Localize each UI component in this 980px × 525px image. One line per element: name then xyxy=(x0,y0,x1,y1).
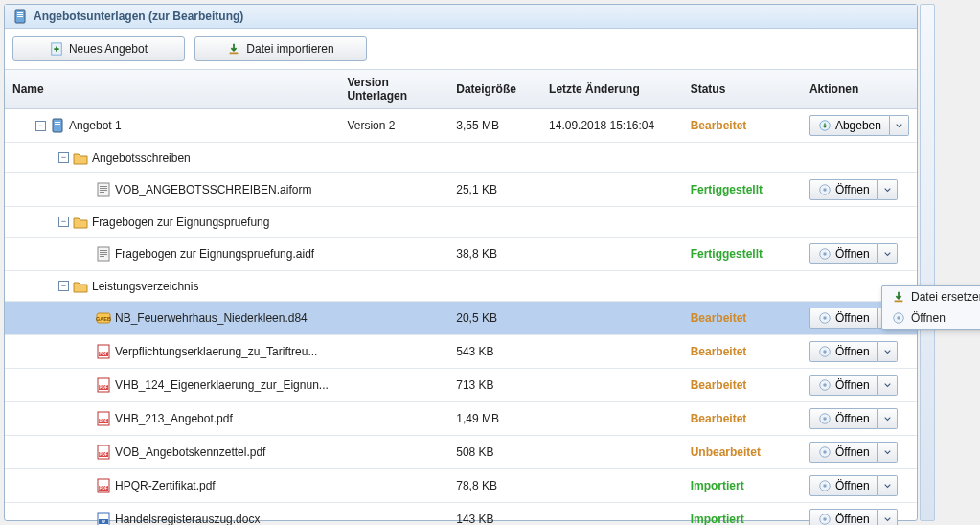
pdf-icon xyxy=(96,344,111,359)
row-name: Angebotsschreiben xyxy=(92,151,191,165)
new-offer-label: Neues Angebot xyxy=(69,42,148,56)
table-row[interactable]: HPQR-Zertifikat.pdf78,8 KBImportiertÖffn… xyxy=(5,469,917,503)
action-dropdown-button[interactable] xyxy=(878,408,898,429)
import-icon xyxy=(892,290,905,304)
documents-table: Name Version Unterlagen Dateigröße Letzt… xyxy=(5,70,917,525)
open-icon xyxy=(818,345,832,358)
chevron-down-icon xyxy=(884,414,891,423)
cell-version xyxy=(339,503,448,526)
open-label: Öffnen xyxy=(835,345,870,358)
new-offer-button[interactable]: Neues Angebot xyxy=(12,36,185,61)
cell-size: 78,8 KB xyxy=(448,469,541,503)
menu-replace-file[interactable]: Datei ersetzen xyxy=(882,286,980,308)
action-dropdown-button[interactable] xyxy=(878,475,898,496)
chevron-down-icon xyxy=(896,121,902,130)
col-modified[interactable]: Letzte Änderung xyxy=(541,70,683,109)
collapse-toggle[interactable]: − xyxy=(58,281,69,291)
open-button[interactable]: Öffnen xyxy=(809,179,878,200)
cell-version xyxy=(339,302,448,335)
cell-modified xyxy=(541,469,683,503)
cell-modified xyxy=(541,238,683,271)
cell-version xyxy=(339,173,448,207)
row-name: Angebot 1 xyxy=(69,119,122,132)
col-name[interactable]: Name xyxy=(5,70,339,109)
action-dropdown-button[interactable] xyxy=(878,375,898,396)
cell-modified xyxy=(541,143,683,173)
table-row[interactable]: −Leistungsverzeichnis xyxy=(5,271,917,302)
import-file-label: Datei importieren xyxy=(246,42,333,56)
import-icon xyxy=(227,42,240,56)
cell-size: 143 KB xyxy=(448,503,541,526)
cell-version xyxy=(339,335,448,369)
table-row[interactable]: VHB_213_Angebot.pdf1,49 MBBearbeitetÖffn… xyxy=(5,402,917,436)
table-row[interactable]: −Fragebogen zur Eignungspruefung xyxy=(5,207,917,238)
cell-status: Importiert xyxy=(683,503,802,526)
open-button[interactable]: Öffnen xyxy=(809,509,878,525)
cell-version xyxy=(339,369,448,402)
folder-icon xyxy=(73,279,88,294)
collapse-toggle[interactable]: − xyxy=(35,121,46,131)
table-row[interactable]: VOB_ANGEBOTSSCHREIBEN.aiform25,1 KBFerti… xyxy=(5,173,917,207)
pdf-icon xyxy=(96,445,111,460)
row-name: Fragebogen zur Eignungspruefung xyxy=(92,216,269,229)
open-icon xyxy=(818,183,832,196)
submit-button[interactable]: Abgeben xyxy=(809,115,890,136)
action-dropdown-button[interactable] xyxy=(878,179,898,200)
cell-status: Bearbeitet xyxy=(683,369,802,402)
cell-size: 543 KB xyxy=(448,335,541,369)
menu-open-file[interactable]: Öffnen xyxy=(882,308,980,329)
open-button[interactable]: Öffnen xyxy=(809,341,878,362)
cell-modified: 14.09.2018 15:16:04 xyxy=(541,109,683,143)
collapse-toggle[interactable]: − xyxy=(58,152,69,163)
cell-modified xyxy=(541,173,683,207)
col-size[interactable]: Dateigröße xyxy=(448,70,541,109)
col-status[interactable]: Status xyxy=(683,70,802,109)
form-icon xyxy=(96,182,111,197)
open-button[interactable]: Öffnen xyxy=(809,475,878,496)
table-row[interactable]: −Angebotsschreiben xyxy=(5,143,917,173)
action-dropdown-button[interactable] xyxy=(878,442,898,463)
open-icon xyxy=(818,247,832,261)
table-row[interactable]: −Angebot 1Version 23,55 MB14.09.2018 15:… xyxy=(5,109,917,143)
open-button[interactable]: Öffnen xyxy=(809,243,878,264)
table-row[interactable]: VHB_124_Eigenerklaerung_zur_Eignun...713… xyxy=(5,369,917,402)
cell-status: Bearbeitet xyxy=(683,302,802,335)
table-row[interactable]: VOB_Angebotskennzettel.pdf508 KBUnbearbe… xyxy=(5,436,917,469)
cell-actions: Öffnen xyxy=(802,335,917,369)
cell-version xyxy=(339,143,448,173)
open-button[interactable]: Öffnen xyxy=(809,442,878,463)
row-context-menu: Datei ersetzen Öffnen xyxy=(881,285,980,330)
cell-size: 508 KB xyxy=(448,436,541,469)
open-icon xyxy=(818,479,832,492)
cell-status: Bearbeitet xyxy=(683,402,802,436)
open-button[interactable]: Öffnen xyxy=(809,408,878,429)
table-row[interactable]: Fragebogen zur Eignungspruefung.aidf38,8… xyxy=(5,238,917,271)
table-row[interactable]: Handelsregisterauszug.docx143 KBImportie… xyxy=(5,503,917,526)
col-version[interactable]: Version Unterlagen xyxy=(339,70,448,109)
table-row[interactable]: NB_Feuerwehrhaus_Niederkleen.d8420,5 KBB… xyxy=(5,302,917,335)
action-dropdown-button[interactable] xyxy=(878,509,898,525)
cell-modified xyxy=(541,369,683,402)
cell-version xyxy=(339,402,448,436)
import-file-button[interactable]: Datei importieren xyxy=(194,36,367,61)
open-button[interactable]: Öffnen xyxy=(809,308,878,329)
cell-modified xyxy=(541,302,683,335)
action-dropdown-button[interactable] xyxy=(890,115,909,136)
collapse-toggle[interactable]: − xyxy=(58,217,69,227)
cell-status: Importiert xyxy=(683,469,802,503)
panel-icon xyxy=(12,9,28,24)
submit-label: Abgeben xyxy=(835,119,881,132)
row-name: Fragebogen zur Eignungspruefung.aidf xyxy=(115,247,314,261)
cell-modified xyxy=(541,207,683,238)
action-dropdown-button[interactable] xyxy=(878,243,898,264)
row-name: VHB_124_Eigenerklaerung_zur_Eignun... xyxy=(115,378,329,392)
col-actions[interactable]: Aktionen xyxy=(802,70,917,109)
table-row[interactable]: Verpflichtungserklaerung_zu_Tariftreu...… xyxy=(5,335,917,369)
row-name: VOB_ANGEBOTSSCHREIBEN.aiform xyxy=(115,183,311,196)
open-label: Öffnen xyxy=(835,378,870,392)
cell-status xyxy=(683,207,802,238)
open-button[interactable]: Öffnen xyxy=(809,375,878,396)
action-dropdown-button[interactable] xyxy=(878,341,898,362)
cell-actions: Öffnen xyxy=(802,173,917,207)
cell-status: Bearbeitet xyxy=(683,109,802,143)
